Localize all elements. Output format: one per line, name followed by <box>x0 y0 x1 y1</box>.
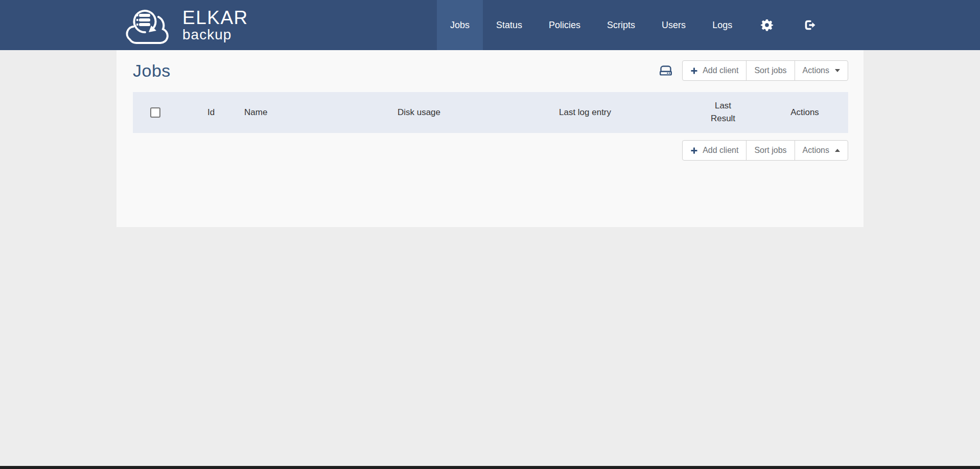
settings-nav-button[interactable] <box>745 0 788 50</box>
nav-item-status[interactable]: Status <box>483 0 535 50</box>
brand-title: ELKAR <box>182 8 248 27</box>
column-header-name: Name <box>244 107 353 118</box>
add-client-button-bottom[interactable]: Add client <box>682 140 746 161</box>
brand-logo[interactable]: ELKAR backup <box>125 0 248 50</box>
nav-item-policies[interactable]: Policies <box>535 0 594 50</box>
column-header-id: Id <box>178 107 244 118</box>
top-navbar: ELKAR backup Jobs Status Policies Script… <box>0 0 980 50</box>
nav-item-logs[interactable]: Logs <box>699 0 745 50</box>
cloud-backup-logo-icon <box>125 5 178 45</box>
brand-name: ELKAR backup <box>182 8 248 42</box>
sort-jobs-button-bottom[interactable]: Sort jobs <box>746 140 795 161</box>
column-header-last-log-entry: Last log entry <box>485 107 685 118</box>
jobs-panel: Jobs <box>116 50 864 227</box>
top-toolbar: Add client Sort jobs Actions <box>658 60 848 81</box>
last-result-label: Last Result <box>707 100 739 125</box>
column-header-actions: Actions <box>761 107 848 118</box>
column-header-last-result: Last Result <box>685 100 761 125</box>
nav-item-jobs[interactable]: Jobs <box>437 0 483 50</box>
sort-jobs-label: Sort jobs <box>754 146 786 155</box>
nav-item-scripts[interactable]: Scripts <box>594 0 648 50</box>
toolbar-button-group-top: Add client Sort jobs Actions <box>682 60 848 81</box>
caret-up-icon <box>835 149 840 152</box>
sign-out-icon <box>804 19 816 31</box>
logout-nav-button[interactable] <box>788 0 831 50</box>
actions-dropup-button-bottom[interactable]: Actions <box>795 140 848 161</box>
toolbar-button-group-bottom: Add client Sort jobs Actions <box>682 140 848 161</box>
gear-icon <box>761 19 773 31</box>
select-all-cell <box>133 107 178 118</box>
main-nav: Jobs Status Policies Scripts Users Logs <box>437 0 831 50</box>
actions-label: Actions <box>803 146 829 155</box>
actions-label: Actions <box>803 66 829 75</box>
sort-jobs-label: Sort jobs <box>754 66 786 75</box>
plus-icon <box>690 147 698 154</box>
add-client-label: Add client <box>703 146 738 155</box>
add-client-label: Add client <box>703 66 738 75</box>
app-window: ELKAR backup Jobs Status Policies Script… <box>0 0 980 469</box>
caret-down-icon <box>835 69 840 72</box>
column-header-disk-usage: Disk usage <box>353 107 485 118</box>
nav-item-users[interactable]: Users <box>648 0 699 50</box>
brand-subtitle: backup <box>182 28 248 42</box>
bottom-edge-bar <box>0 466 980 469</box>
panel-footer-row: Add client Sort jobs Actions <box>133 140 848 161</box>
hdd-icon[interactable] <box>658 63 673 78</box>
plus-icon <box>690 67 698 75</box>
page-title: Jobs <box>133 61 171 81</box>
add-client-button[interactable]: Add client <box>682 60 746 81</box>
sort-jobs-button[interactable]: Sort jobs <box>746 60 795 81</box>
select-all-checkbox[interactable] <box>150 107 160 118</box>
panel-header-row: Jobs <box>133 58 848 83</box>
jobs-table-header: Id Name Disk usage Last log entry Last R… <box>133 92 848 133</box>
actions-dropdown-button[interactable]: Actions <box>795 60 848 81</box>
